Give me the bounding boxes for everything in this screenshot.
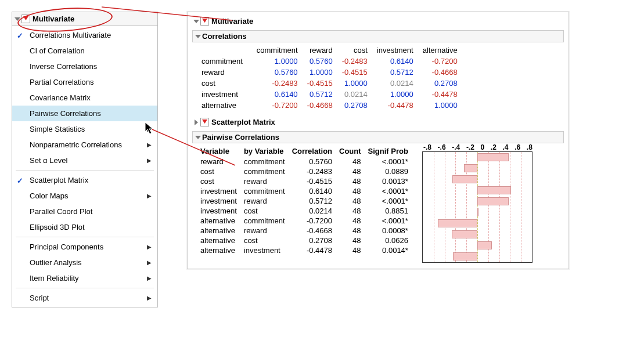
table-row: rewardcommitment0.576048<.0001*	[199, 157, 414, 166]
menu-item-ci-of-correlation[interactable]: CI of Correlation	[12, 43, 157, 59]
correlation-bar	[477, 153, 509, 161]
menu-item-set-level[interactable]: Set α Level▶	[12, 153, 157, 168]
submenu-arrow-icon: ▶	[147, 126, 152, 132]
svg-marker-1	[202, 19, 207, 23]
menu-item-outlier-analysis[interactable]: Outlier Analysis▶	[12, 255, 157, 270]
red-hotspot-icon[interactable]	[21, 15, 30, 23]
table-row: alternativecost0.2708480.0626	[199, 236, 414, 245]
submenu-arrow-icon: ▶	[147, 295, 152, 301]
menu-separator	[16, 237, 154, 237]
correlation-bar	[477, 208, 478, 216]
submenu-arrow-icon: ▶	[147, 142, 152, 148]
axis-tick: -.6	[438, 143, 446, 151]
corr-cell: -0.4478	[420, 89, 465, 100]
table-row: costreward-0.4515480.0013*	[199, 176, 414, 186]
correlation-bar	[452, 230, 477, 238]
axis-tick: 0	[481, 143, 485, 151]
menu-item-pairwise-correlations[interactable]: Pairwise Correlations	[12, 106, 157, 121]
menu-item-label: CI of Correlation	[30, 46, 85, 55]
scatterplot-label: Scatterplot Matrix	[211, 118, 275, 126]
disclosure-triangle-icon[interactable]	[195, 120, 198, 125]
table-row: costcommitment-0.2483480.0889	[199, 166, 414, 176]
correlation-matrix-table: commitmentrewardcostinvestmentalternativ…	[199, 45, 465, 111]
menu-item-script[interactable]: Script▶	[12, 290, 157, 306]
axis-tick: .8	[527, 143, 533, 151]
disclosure-triangle-icon[interactable]	[193, 20, 199, 23]
submenu-arrow-icon: ▶	[147, 275, 152, 281]
correlation-bar	[464, 164, 477, 172]
menu-item-covariance-matrix[interactable]: Covariance Matrix	[12, 90, 157, 106]
axis-tick: .2	[491, 143, 497, 151]
table-row: investmentreward0.571248<.0001*	[199, 196, 414, 206]
menu-item-label: Nonparametric Correlations	[30, 140, 122, 149]
pairwise-label: Pairwise Correlations	[202, 133, 279, 142]
disclosure-triangle-icon[interactable]	[195, 35, 201, 38]
multivariate-header[interactable]: Multivariate	[12, 12, 158, 26]
menu-separator	[16, 288, 154, 288]
disclosure-triangle-icon[interactable]	[195, 136, 201, 139]
corr-cell: -0.4515	[340, 67, 375, 78]
menu-item-label: Ellipsoid 3D Plot	[30, 223, 85, 231]
corr-cell: 0.6140	[375, 56, 420, 67]
correlation-bar	[477, 186, 511, 194]
corr-cell: -0.2483	[254, 78, 305, 89]
menu-item-label: Partial Correlations	[30, 78, 94, 86]
menu-item-scatterplot-matrix[interactable]: ✓Scatterplot Matrix	[12, 172, 157, 188]
table-row: investmentcost0.0214480.8851	[199, 206, 414, 216]
corr-cell: 0.2708	[340, 100, 375, 111]
submenu-arrow-icon: ▶	[147, 157, 152, 164]
menu-item-label: Correlations Multivariate	[30, 31, 111, 39]
disclosure-triangle-icon[interactable]	[15, 17, 20, 21]
scatterplot-section-header[interactable]: Scatterplot Matrix	[192, 115, 564, 129]
correlation-bar	[438, 219, 477, 227]
corr-cell: 0.0214	[340, 89, 375, 100]
correlation-bar	[453, 252, 477, 260]
menu-item-label: Set α Level	[30, 156, 67, 165]
pairwise-section-header[interactable]: Pairwise Correlations	[192, 131, 564, 143]
correlation-bar	[477, 197, 509, 205]
menu-item-correlations-multivariate[interactable]: ✓Correlations Multivariate	[12, 27, 157, 43]
menu-item-label: Inverse Correlations	[30, 62, 97, 71]
corr-cell: -0.7200	[420, 56, 465, 67]
menu-item-nonparametric-correlations[interactable]: Nonparametric Correlations▶	[12, 137, 157, 153]
corr-cell: 1.0000	[305, 67, 340, 78]
menu-item-simple-statistics[interactable]: Simple Statistics▶	[12, 121, 157, 137]
menu-item-label: Pairwise Correlations	[30, 109, 101, 118]
axis-tick: -.8	[423, 143, 431, 151]
axis-tick: .6	[515, 143, 520, 151]
submenu-arrow-icon: ▶	[147, 193, 152, 199]
red-hotspot-icon[interactable]	[200, 118, 209, 126]
corr-cell: 0.2708	[420, 78, 465, 89]
axis-tick: .4	[503, 143, 509, 151]
submenu-arrow-icon: ▶	[147, 259, 152, 266]
menu-item-partial-correlations[interactable]: Partial Correlations	[12, 74, 157, 90]
menu-item-parallel-coord-plot[interactable]: Parallel Coord Plot	[12, 204, 157, 219]
table-row: alternativeinvestment-0.4478480.0014*	[199, 245, 414, 255]
menu-item-color-maps[interactable]: Color Maps▶	[12, 188, 157, 204]
menu-item-principal-components[interactable]: Principal Components▶	[12, 239, 157, 255]
red-hotspot-icon[interactable]	[200, 17, 209, 26]
menu-item-item-reliability[interactable]: Item Reliability▶	[12, 270, 157, 286]
menu-item-label: Script	[30, 294, 49, 302]
corr-cell: -0.4668	[305, 100, 340, 111]
output-title-header[interactable]: Multivariate	[192, 15, 564, 28]
table-row: investmentcommitment0.614048<.0001*	[199, 186, 414, 196]
corr-cell: -0.4515	[305, 78, 340, 89]
menu-item-ellipsoid-3d-plot[interactable]: Ellipsoid 3D Plot	[12, 219, 157, 235]
correlation-bar	[452, 175, 477, 183]
menu-item-label: Scatterplot Matrix	[30, 176, 88, 184]
menu-item-label: Outlier Analysis	[30, 258, 82, 267]
table-row: alternativecommitment-0.720048<.0001*	[199, 216, 414, 226]
menu-item-label: Parallel Coord Plot	[30, 207, 92, 216]
menu-item-label: Covariance Matrix	[30, 93, 91, 102]
multivariate-menu: ✓Correlations MultivariateCI of Correlat…	[12, 26, 158, 307]
correlation-bar-chart	[422, 151, 533, 263]
output-panel: Multivariate Correlations commitmentrewa…	[187, 12, 569, 269]
corr-cell: 1.0000	[375, 89, 420, 100]
table-row: alternativereward-0.4668480.0008*	[199, 226, 414, 236]
menu-item-inverse-correlations[interactable]: Inverse Correlations	[12, 59, 157, 74]
corr-cell: 0.5760	[305, 56, 340, 67]
correlations-section-header[interactable]: Correlations	[192, 30, 564, 42]
corr-cell: 0.6140	[254, 89, 305, 100]
corr-cell: 0.5712	[375, 67, 420, 78]
